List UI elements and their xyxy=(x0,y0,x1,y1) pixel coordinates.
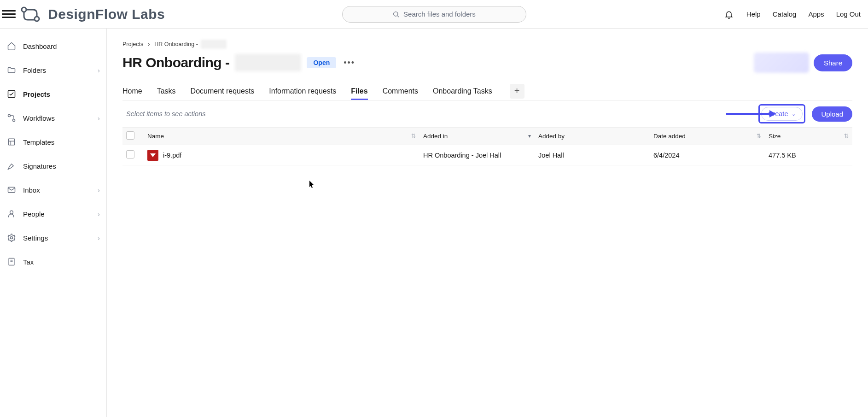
nav-logout[interactable]: Log Out xyxy=(836,10,861,18)
folder-icon xyxy=(6,65,17,75)
tabs: Home Tasks Document requests Information… xyxy=(122,82,852,100)
sort-icon: ⇅ xyxy=(757,133,761,139)
svg-point-6 xyxy=(13,119,15,122)
sidebar: Dashboard Folders › Projects Workflows › xyxy=(0,29,107,417)
home-icon xyxy=(6,41,17,51)
sort-icon: ⇅ xyxy=(411,133,416,139)
sidebar-item-label: Folders xyxy=(23,66,91,74)
tab-files[interactable]: Files xyxy=(351,82,367,100)
sidebar-item-label: Tax xyxy=(23,258,100,266)
tab-information-requests[interactable]: Information requests xyxy=(269,82,336,100)
chevron-right-icon: › xyxy=(98,66,100,74)
svg-marker-17 xyxy=(769,110,776,117)
sidebar-item-settings[interactable]: Settings › xyxy=(0,226,106,250)
svg-point-11 xyxy=(10,211,13,214)
brand-name: DesignFlow Labs xyxy=(48,6,165,22)
tab-document-requests[interactable]: Document requests xyxy=(191,82,255,100)
sidebar-item-label: Dashboard xyxy=(23,42,100,50)
svg-rect-7 xyxy=(8,139,14,145)
sidebar-item-inbox[interactable]: Inbox › xyxy=(0,178,106,202)
selection-hint: Select items to see actions xyxy=(122,110,205,117)
menu-toggle-button[interactable] xyxy=(2,7,16,21)
sidebar-item-label: Signatures xyxy=(23,162,100,170)
notifications-button[interactable] xyxy=(723,9,734,20)
table-row[interactable]: i-9.pdf HR Onboarding - Joel Hall Joel H… xyxy=(122,145,852,165)
signatures-icon xyxy=(6,161,17,171)
breadcrumb: Projects › HR Onboarding - xyxy=(122,40,852,49)
breadcrumb-root[interactable]: Projects xyxy=(122,41,143,47)
cell-added-in: HR Onboarding - Joel Hall xyxy=(419,145,535,165)
bell-icon xyxy=(724,10,734,19)
nav-help[interactable]: Help xyxy=(746,10,761,18)
tab-home[interactable]: Home xyxy=(122,82,142,100)
sidebar-item-signatures[interactable]: Signatures xyxy=(0,154,106,178)
tab-comments[interactable]: Comments xyxy=(383,82,418,100)
sidebar-item-people[interactable]: People › xyxy=(0,202,106,226)
tax-icon xyxy=(6,257,17,267)
sidebar-item-label: Settings xyxy=(23,234,91,242)
add-tab-button[interactable]: + xyxy=(510,84,524,99)
table-header-row: Name ⇅ Added in ▾ Added by Date added ⇅ xyxy=(122,128,852,145)
redacted-button xyxy=(754,53,809,73)
filter-icon: ▾ xyxy=(528,133,531,139)
svg-point-1 xyxy=(35,17,39,21)
projects-icon xyxy=(6,89,17,99)
workflows-icon xyxy=(6,113,17,123)
sidebar-item-label: Projects xyxy=(23,90,100,98)
sidebar-item-label: Templates xyxy=(23,138,100,146)
svg-point-2 xyxy=(394,12,398,16)
search-placeholder: Search files and folders xyxy=(403,10,476,18)
tab-tasks[interactable]: Tasks xyxy=(157,82,176,100)
select-all-checkbox[interactable] xyxy=(126,131,134,140)
cell-added-by: Joel Hall xyxy=(535,145,650,165)
svg-point-0 xyxy=(22,7,26,12)
share-button[interactable]: Share xyxy=(814,54,852,71)
top-bar: DesignFlow Labs Search files and folders… xyxy=(0,0,868,29)
gear-icon xyxy=(6,233,17,243)
people-icon xyxy=(6,209,17,219)
brand-logo-icon xyxy=(19,5,41,23)
sort-icon: ⇅ xyxy=(844,133,849,139)
nav-apps[interactable]: Apps xyxy=(808,10,824,18)
upload-button[interactable]: Upload xyxy=(812,106,852,122)
tab-onboarding-tasks[interactable]: Onboarding Tasks xyxy=(433,82,492,100)
pdf-file-icon xyxy=(147,150,158,161)
row-checkbox[interactable] xyxy=(126,150,134,159)
status-badge: Open xyxy=(307,57,336,68)
sidebar-item-workflows[interactable]: Workflows › xyxy=(0,106,106,130)
nav-catalog[interactable]: Catalog xyxy=(773,10,797,18)
sidebar-item-dashboard[interactable]: Dashboard xyxy=(0,34,106,58)
redacted-text xyxy=(235,54,301,71)
col-header-date-added[interactable]: Date added ⇅ xyxy=(650,128,765,145)
cell-size: 477.5 KB xyxy=(765,145,852,165)
svg-point-5 xyxy=(8,115,11,117)
sidebar-item-folders[interactable]: Folders › xyxy=(0,58,106,82)
file-name: i-9.pdf xyxy=(163,152,181,159)
col-header-added-in[interactable]: Added in ▾ xyxy=(419,128,535,145)
chevron-right-icon: › xyxy=(98,114,100,122)
sidebar-item-label: Workflows xyxy=(23,114,91,122)
svg-line-3 xyxy=(397,16,399,17)
col-header-name[interactable]: Name ⇅ xyxy=(144,128,419,145)
sidebar-item-label: People xyxy=(23,210,91,218)
brand-block[interactable]: DesignFlow Labs xyxy=(19,5,165,23)
sidebar-item-projects[interactable]: Projects xyxy=(0,82,106,106)
breadcrumb-current[interactable]: HR Onboarding - xyxy=(154,41,198,47)
sidebar-item-tax[interactable]: Tax xyxy=(0,250,106,274)
sidebar-item-label: Inbox xyxy=(23,186,91,194)
redacted-text xyxy=(201,40,227,49)
chevron-down-icon: ⌄ xyxy=(792,111,796,117)
templates-icon xyxy=(6,137,17,147)
main-content: Projects › HR Onboarding - HR Onboarding… xyxy=(107,29,868,417)
more-actions-button[interactable]: ••• xyxy=(342,56,357,70)
col-header-size[interactable]: Size ⇅ xyxy=(765,128,852,145)
page-title: HR Onboarding - xyxy=(122,55,229,70)
sidebar-item-templates[interactable]: Templates xyxy=(0,130,106,154)
chevron-right-icon: › xyxy=(98,186,100,194)
annotation-arrow-icon xyxy=(725,107,776,120)
chevron-right-icon: › xyxy=(148,41,150,47)
search-input[interactable]: Search files and folders xyxy=(342,6,526,23)
search-icon xyxy=(392,11,400,18)
col-header-added-by[interactable]: Added by xyxy=(535,128,650,145)
cursor-icon xyxy=(309,181,315,188)
